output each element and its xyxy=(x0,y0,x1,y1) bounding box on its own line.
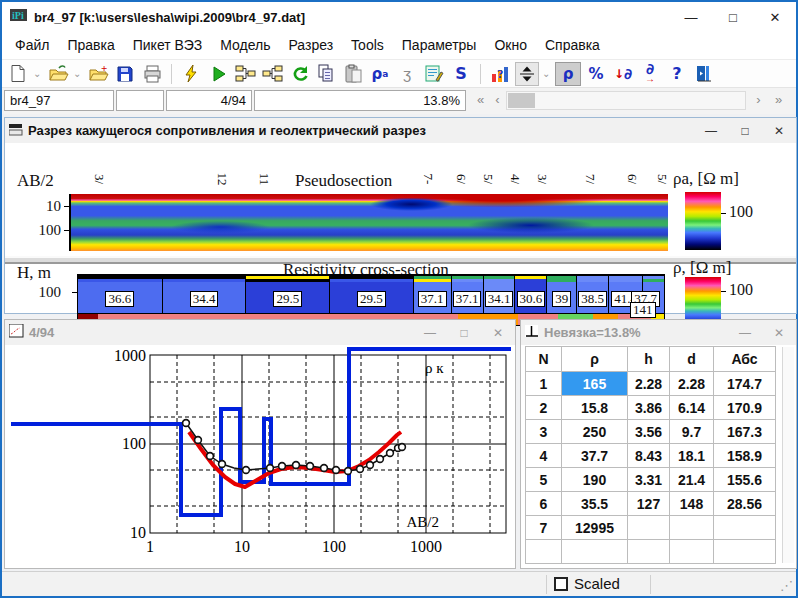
close-button[interactable]: ✕ xyxy=(762,118,796,143)
menu-window[interactable]: Окно xyxy=(485,32,536,59)
cell[interactable]: 4 xyxy=(526,444,562,468)
cell[interactable]: 18.1 xyxy=(670,444,714,468)
split-view-dropdown-icon[interactable]: ⌄ xyxy=(542,68,552,79)
model-column[interactable]: 34.4 xyxy=(162,276,246,316)
rho-a-button[interactable]: ρa xyxy=(368,62,392,86)
cell[interactable]: 3.31 xyxy=(628,468,670,492)
cell[interactable]: 9.7 xyxy=(670,420,714,444)
nav-last-button[interactable]: » xyxy=(770,90,787,111)
cell[interactable] xyxy=(714,540,776,564)
undo-button[interactable] xyxy=(287,62,311,86)
paste-button[interactable] xyxy=(341,62,365,86)
menu-parameters[interactable]: Параметры xyxy=(393,32,486,59)
minimize-button[interactable]: — xyxy=(728,320,762,345)
cell[interactable] xyxy=(628,516,670,540)
table-window-titlebar[interactable]: Невязка=13.8% — ✕ xyxy=(521,320,796,345)
close-button[interactable]: ✕ xyxy=(762,320,796,345)
close-button[interactable]: ✕ xyxy=(754,2,796,32)
open-file-button[interactable] xyxy=(46,62,70,86)
cell[interactable]: 127 xyxy=(628,492,670,516)
cell[interactable]: 2.28 xyxy=(628,372,670,396)
close-button[interactable]: ✕ xyxy=(481,320,515,345)
cell[interactable]: 158.9 xyxy=(714,444,776,468)
run-button[interactable] xyxy=(206,62,230,86)
cell[interactable]: 6 xyxy=(526,492,562,516)
cell[interactable]: 5 xyxy=(526,468,562,492)
pseudosection-titlebar[interactable]: Разрез кажущегося сопротивления и геолек… xyxy=(5,118,796,143)
cell[interactable]: 148 xyxy=(670,492,714,516)
cell[interactable]: 174.7 xyxy=(714,372,776,396)
derivative-down-button[interactable]: ↓∂ xyxy=(611,62,635,86)
model-column[interactable]: 38.5 xyxy=(576,276,608,316)
c ell[interactable]: 35.5 xyxy=(562,492,628,516)
notes-button[interactable] xyxy=(422,62,446,86)
cell[interactable]: 1 xyxy=(526,372,562,396)
statistics-button[interactable]: S xyxy=(449,62,473,86)
cell[interactable] xyxy=(714,516,776,540)
inversion-bolt-button[interactable] xyxy=(179,62,203,86)
model-column[interactable]: 37.1 xyxy=(451,276,483,316)
pseudosection-plot[interactable] xyxy=(69,194,668,251)
cell[interactable]: 2.28 xyxy=(670,372,714,396)
sounding-curve-plot[interactable]: 1000 100 10 1 10 100 1000 ρ к AB/2 xyxy=(5,345,513,567)
new-file-button[interactable] xyxy=(6,62,30,86)
station-name-field[interactable]: br4_97 xyxy=(4,90,114,111)
cell[interactable]: 3.86 xyxy=(628,396,670,420)
model-column[interactable]: 37.1 xyxy=(413,276,451,316)
add-file-button[interactable]: + xyxy=(86,62,110,86)
minimize-button[interactable]: — xyxy=(413,320,447,345)
model-column[interactable]: 36.6 xyxy=(78,276,162,316)
cell[interactable]: 6.14 xyxy=(670,396,714,420)
cell[interactable]: 12995 xyxy=(562,516,628,540)
copy-button[interactable] xyxy=(314,62,338,86)
curve-window-titlebar[interactable]: 4/94 — □ ✕ xyxy=(5,320,515,345)
cell[interactable] xyxy=(670,516,714,540)
selected-cell[interactable]: 165 xyxy=(562,372,628,396)
cell[interactable]: 21.4 xyxy=(670,468,714,492)
menu-help[interactable]: Справка xyxy=(536,32,609,59)
model-column[interactable]: 34.1 xyxy=(483,276,515,316)
sounding-counter-field[interactable]: 4/94 xyxy=(166,90,252,111)
menu-edit[interactable]: Правка xyxy=(58,32,123,59)
maximize-button[interactable]: □ xyxy=(728,118,762,143)
misfit-field[interactable]: 13.8% xyxy=(254,90,466,111)
model-column[interactable]: 29.5 xyxy=(245,276,329,316)
cell[interactable]: 8.43 xyxy=(628,444,670,468)
cell[interactable] xyxy=(670,540,714,564)
menu-tools[interactable]: Tools xyxy=(342,32,393,59)
resize-grip[interactable]: ⋰ xyxy=(780,578,793,593)
nav-next-button[interactable]: › xyxy=(750,90,767,111)
minimize-button[interactable]: — xyxy=(694,118,728,143)
open-file-dropdown-icon[interactable]: ⌄ xyxy=(73,68,83,79)
split-view-button[interactable] xyxy=(515,62,539,86)
menu-piket-ves[interactable]: Пикет ВЭЗ xyxy=(124,32,212,59)
maximize-button[interactable]: □ xyxy=(447,320,481,345)
cell[interactable] xyxy=(628,540,670,564)
menu-section[interactable]: Разрез xyxy=(279,32,342,59)
cell[interactable] xyxy=(526,540,562,564)
cell[interactable]: 15.8 xyxy=(562,396,628,420)
cell[interactable]: 250 xyxy=(562,420,628,444)
table-scrollbar[interactable] xyxy=(782,347,794,563)
cell[interactable]: 37.7 xyxy=(562,444,628,468)
percent-mode-button[interactable]: % xyxy=(584,62,608,86)
cell[interactable]: 28.56 xyxy=(714,492,776,516)
split-right-button[interactable] xyxy=(260,62,284,86)
cell[interactable]: 3.56 xyxy=(628,420,670,444)
cell[interactable]: 2 xyxy=(526,396,562,420)
scaled-checkbox[interactable] xyxy=(554,577,568,591)
nav-prev-button[interactable]: ‹ xyxy=(489,90,506,111)
menu-model[interactable]: Модель xyxy=(211,32,279,59)
nav-first-button[interactable]: « xyxy=(472,90,489,111)
derivative-button[interactable]: ∂→ xyxy=(638,62,662,86)
app-titlebar[interactable]: iPi br4_97 [k:\users\lesha\wipi.2009\br4… xyxy=(2,2,796,32)
maximize-button[interactable]: □ xyxy=(712,2,754,32)
cell[interactable]: 7 xyxy=(526,516,562,540)
cell[interactable]: 190 xyxy=(562,468,628,492)
model-column[interactable]: 30.6 xyxy=(514,276,546,316)
model-column[interactable]: 39 xyxy=(546,276,576,316)
print-button[interactable] xyxy=(140,62,164,86)
chart-help-button[interactable]: ? xyxy=(488,62,512,86)
blank-field[interactable] xyxy=(116,90,164,111)
cell[interactable]: 167.3 xyxy=(714,420,776,444)
